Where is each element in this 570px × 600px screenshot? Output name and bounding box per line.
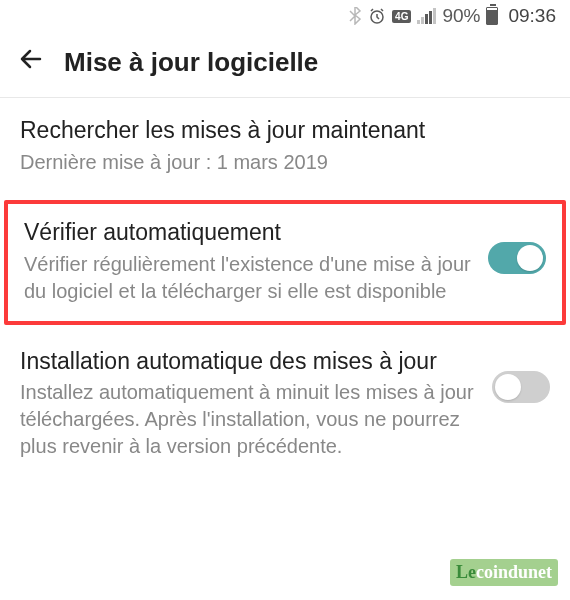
page-title: Mise à jour logicielle <box>64 47 318 78</box>
alarm-icon <box>368 7 386 25</box>
item-subtitle: Installez automatiquement à minuit les m… <box>20 379 480 460</box>
status-bar: 4G 90% 09:36 <box>0 0 570 32</box>
bluetooth-icon <box>348 7 362 25</box>
battery-icon <box>486 7 498 25</box>
clock-time: 09:36 <box>508 5 556 27</box>
app-header: Mise à jour logicielle <box>0 32 570 98</box>
auto-install-toggle[interactable] <box>492 371 550 403</box>
auto-check-toggle[interactable] <box>488 242 546 274</box>
item-title: Rechercher les mises à jour maintenant <box>20 116 538 145</box>
item-title: Vérifier automatiquement <box>24 218 476 247</box>
auto-check-updates[interactable]: Vérifier automatiquement Vérifier réguli… <box>4 200 566 325</box>
check-updates-now[interactable]: Rechercher les mises à jour maintenant D… <box>0 98 570 196</box>
auto-install-updates[interactable]: Installation automatique des mises à jou… <box>0 329 570 481</box>
settings-list: Rechercher les mises à jour maintenant D… <box>0 98 570 480</box>
item-subtitle: Dernière mise à jour : 1 mars 2019 <box>20 149 538 176</box>
item-subtitle: Vérifier régulièrement l'existence d'une… <box>24 251 476 305</box>
item-title: Installation automatique des mises à jou… <box>20 347 480 376</box>
battery-percentage: 90% <box>442 5 480 27</box>
signal-icon <box>417 8 436 24</box>
mobile-data-badge: 4G <box>392 10 411 23</box>
watermark: Lecoindunet <box>450 559 558 586</box>
back-button[interactable] <box>18 46 44 79</box>
